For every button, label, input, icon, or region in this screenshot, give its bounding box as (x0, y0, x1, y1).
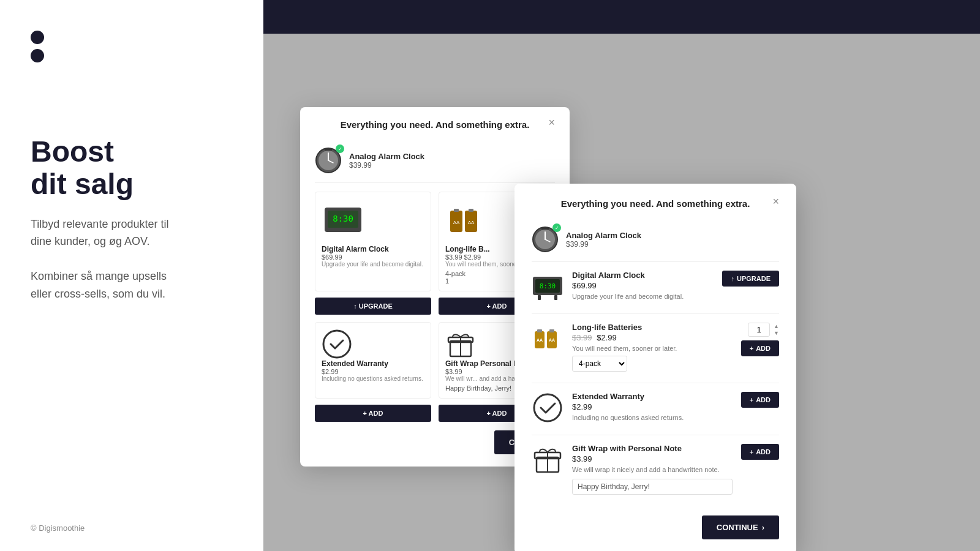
svg-text:AA: AA (468, 220, 475, 225)
svg-text:AA: AA (549, 338, 555, 342)
gift-note-input[interactable] (572, 479, 733, 495)
svg-rect-29 (537, 329, 542, 332)
front-original-item: ✓ Analog Alarm Clock $39.99 (532, 226, 779, 262)
warranty-upsell-icon (532, 392, 564, 424)
back-item-3-price: $2.99 (322, 368, 424, 375)
upsell-4-action: + ADD (741, 444, 779, 460)
back-add-button-2[interactable]: + ADD (315, 405, 431, 422)
left-panel: Boost dit salg Tilbyd relevante produkte… (0, 0, 263, 551)
subtext1: Tilbyd relevante produkter til dine kund… (31, 216, 233, 251)
upsell-1-info: Digital Alarm Clock $69.99 Upgrade your … (572, 271, 714, 301)
svg-rect-9 (454, 209, 459, 212)
qty-down-icon[interactable]: ▼ (774, 331, 779, 336)
gift-add-label: ADD (756, 448, 771, 455)
back-warranty-img (322, 329, 352, 359)
qty-control: ▲ ▼ (748, 323, 779, 337)
svg-rect-11 (469, 209, 473, 212)
warranty-add-plus-icon: + (750, 396, 753, 403)
svg-point-34 (534, 394, 561, 421)
back-item-3-name: Extended Warranty (322, 359, 424, 368)
back-item-price: $39.99 (349, 161, 424, 170)
svg-point-14 (323, 331, 350, 358)
warranty-add-label: ADD (756, 396, 771, 403)
gift-icon (445, 329, 476, 359)
back-original-item: ✓ Analog Alarm Clock $39.99 (315, 147, 555, 183)
gift-add-button[interactable]: + ADD (741, 444, 779, 460)
dark-top-bar (263, 0, 980, 34)
front-item-name: Analog Alarm Clock (566, 231, 641, 240)
svg-rect-22 (541, 227, 549, 230)
upsell-item-4: Gift Wrap with Personal Note $3.99 We wi… (532, 444, 779, 494)
upsell-3-action: + ADD (741, 392, 779, 408)
gift-upsell-icon (532, 444, 564, 476)
continue-arrow-icon: › (762, 523, 764, 532)
back-item-1-name: Digital Alarm Clock (322, 245, 424, 253)
upsell-4-desc: We will wrap it nicely and add a handwri… (572, 465, 733, 474)
upsell-1-name: Digital Alarm Clock (572, 271, 714, 280)
svg-rect-31 (549, 329, 554, 332)
front-original-item-info: Analog Alarm Clock $39.99 (566, 231, 641, 249)
divider-2 (532, 383, 779, 383)
upsell-item-3: Extended Warranty $2.99 Including no que… (532, 392, 779, 424)
batteries-dropdown[interactable]: 4-pack (572, 356, 627, 372)
upsell-2-info: Long-life Batteries $3.99 $2.99 You will… (572, 323, 733, 372)
upsell-2-price: $3.99 $2.99 (572, 333, 733, 342)
back-batteries-img: AA AA (445, 198, 488, 241)
back-item-3-desc: Including no questions asked returns. (322, 375, 424, 382)
gray-background: Everything you need. And something extra… (263, 34, 980, 551)
qty-up-icon[interactable]: ▲ (774, 324, 779, 329)
logo (31, 31, 233, 62)
front-modal-close[interactable]: × (772, 196, 779, 207)
svg-text:8:30: 8:30 (333, 214, 353, 223)
upsell-item-1: 8:30 Digital Alarm Clock $69.99 Upgrade … (532, 271, 779, 302)
front-green-check-icon: ✓ (552, 223, 561, 232)
upsell-4-info: Gift Wrap with Personal Note $3.99 We wi… (572, 444, 733, 494)
upgrade-button[interactable]: ↑ UPGRADE (722, 271, 779, 287)
upsell-3-price: $2.99 (572, 402, 733, 411)
front-item-price: $39.99 (566, 240, 641, 249)
upsell-3-name: Extended Warranty (572, 392, 733, 401)
qty-input[interactable] (748, 323, 770, 337)
upsell-3-info: Extended Warranty $2.99 Including no que… (572, 392, 733, 422)
qty-spinners: ▲ ▼ (774, 324, 779, 336)
svg-rect-27 (554, 295, 557, 300)
green-check-icon: ✓ (336, 144, 344, 153)
upsell-1-price: $69.99 (572, 281, 714, 290)
upgrade-label: UPGRADE (737, 275, 771, 282)
logo-dot-top (31, 31, 44, 44)
upsell-item-2: AA AA Long-life Batteries $3.99 $2.99 Yo… (532, 323, 779, 372)
back-modal-close[interactable]: × (548, 117, 555, 128)
svg-rect-26 (538, 295, 541, 300)
upsell-2-desc: You will need them, sooner or later. (572, 344, 733, 353)
svg-text:AA: AA (453, 220, 460, 225)
upsell-1-img: 8:30 (532, 271, 564, 302)
upsell-2-name: Long-life Batteries (572, 323, 733, 332)
upsell-4-name: Gift Wrap with Personal Note (572, 444, 733, 453)
continue-row: CONTINUE › (532, 506, 779, 539)
upsell-3-img (532, 392, 564, 424)
warranty-icon (322, 329, 352, 359)
back-item-1-price: $69.99 (322, 253, 424, 261)
upsell-2-strike: $3.99 (572, 333, 592, 342)
upsell-3-desc: Including no questions asked returns. (572, 413, 733, 422)
digital-clock-upsell-icon: 8:30 (532, 271, 564, 302)
front-original-item-img: ✓ (532, 226, 559, 253)
upgrade-arrow-icon: ↑ (731, 275, 734, 282)
back-giftwrap-img (445, 329, 476, 359)
back-original-item-img: ✓ (315, 147, 342, 174)
back-item-name: Analog Alarm Clock (349, 152, 424, 161)
back-item-2-strike: $3.99 (445, 253, 462, 261)
back-item-1-desc: Upgrade your life and become digital. (322, 261, 424, 268)
front-modal-header: Everything you need. And something extra… (532, 198, 779, 216)
svg-text:8:30: 8:30 (540, 282, 556, 290)
warranty-add-button[interactable]: + ADD (741, 392, 779, 408)
upsell-4-img (532, 444, 564, 476)
divider-1 (532, 313, 779, 314)
subtext2: Kombiner så mange upsells eller cross-se… (31, 268, 233, 303)
continue-button[interactable]: CONTINUE › (702, 515, 779, 539)
back-upgrade-button[interactable]: ↑ UPGRADE (315, 298, 431, 315)
upsell-2-action: ▲ ▼ + ADD (741, 323, 779, 356)
batteries-add-button[interactable]: + ADD (741, 340, 779, 356)
batteries-add-label: ADD (756, 345, 771, 352)
upsell-2-sale: $2.99 (597, 333, 617, 342)
